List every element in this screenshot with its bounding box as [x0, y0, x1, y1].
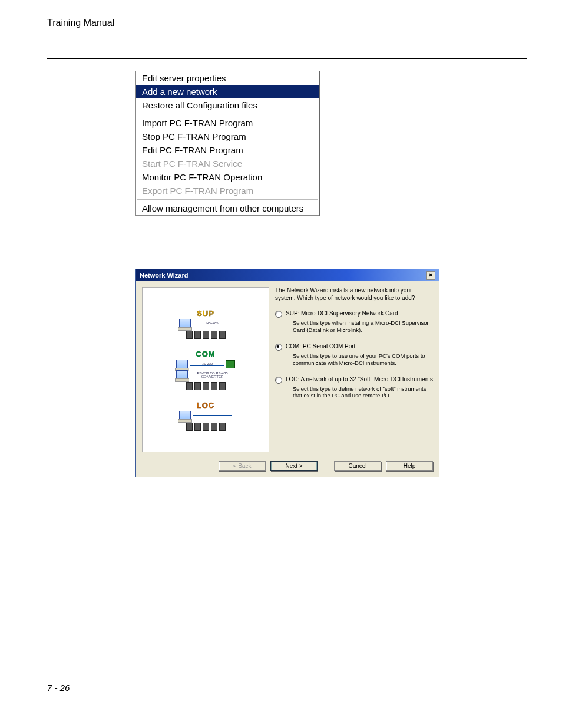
network-wizard-dialog: Network Wizard ✕ SUP RS-485 — [135, 269, 439, 477]
radio-icon — [275, 344, 282, 351]
page-footer: 7 - 26 — [47, 683, 70, 693]
menu-item-edit-server[interactable]: Edit server properties — [136, 71, 319, 85]
help-button[interactable]: Help — [386, 461, 433, 471]
wizard-illustration: SUP RS-485 — [142, 287, 269, 452]
menu-item-stop-ftran[interactable]: Stop PC F-TRAN Program — [136, 130, 319, 143]
menu-item-restore-config[interactable]: Restore all Configuration files — [136, 98, 319, 112]
pc-icon — [179, 411, 191, 420]
next-button[interactable]: Next > — [270, 461, 318, 471]
close-icon[interactable]: ✕ — [426, 271, 435, 280]
converter-label: RS-232 TO RS-485 CONVERTER — [190, 371, 235, 378]
radio-com-desc: Select this type to use one of your PC's… — [293, 353, 433, 367]
menu-item-allow-mgmt[interactable]: Allow management from other computers — [136, 202, 319, 215]
illustration-com: COM RS-232 RS-232 TO R — [176, 350, 235, 390]
radio-icon — [275, 311, 282, 318]
menu-separator — [137, 199, 318, 200]
pc-icon — [176, 360, 188, 369]
illustration-loc-label: LOC — [197, 401, 214, 410]
pc-icon — [176, 370, 188, 380]
wizard-titlebar: Network Wizard ✕ — [136, 269, 439, 281]
radio-sup-label: SUP: Micro-DCI Supervisory Network Card — [286, 310, 398, 318]
converter-icon — [226, 360, 235, 368]
menu-separator — [137, 114, 318, 114]
illustration-sup: SUP RS-485 — [179, 309, 232, 339]
radio-com[interactable]: COM: PC Serial COM Port — [275, 343, 433, 351]
wizard-title-text: Network Wizard — [140, 272, 188, 279]
header-rule — [47, 58, 527, 59]
radio-sup-desc: Select this type when installing a Micro… — [293, 319, 433, 334]
radio-icon — [275, 377, 282, 384]
page-header: Training Manual — [47, 18, 527, 28]
radio-loc-desc: Select this type to define network of "s… — [293, 386, 433, 400]
menu-item-monitor-ftran[interactable]: Monitor PC F-TRAN Operation — [136, 170, 319, 184]
radio-loc[interactable]: LOC: A network of up to 32 "Soft" Micro-… — [275, 376, 433, 384]
menu-item-add-network[interactable]: Add a new network — [136, 85, 319, 98]
context-menu: Edit server properties Add a new network… — [135, 71, 319, 216]
wizard-intro-text: The Network Wizard installs a new networ… — [275, 287, 433, 302]
illustration-com-label: COM — [196, 350, 215, 358]
back-button: < Back — [219, 461, 266, 471]
pc-icon — [179, 319, 191, 328]
radio-sup[interactable]: SUP: Micro-DCI Supervisory Network Card — [275, 310, 433, 318]
menu-item-import-ftran[interactable]: Import PC F-TRAN Program — [136, 116, 319, 130]
illustration-loc: LOC — [179, 401, 232, 431]
menu-item-edit-ftran[interactable]: Edit PC F-TRAN Program — [136, 143, 319, 157]
menu-item-export-ftran: Export PC F-TRAN Program — [136, 184, 319, 197]
cancel-button[interactable]: Cancel — [334, 461, 381, 471]
illustration-sup-label: SUP — [197, 309, 214, 318]
radio-loc-label: LOC: A network of up to 32 "Soft" Micro-… — [286, 376, 433, 384]
radio-com-label: COM: PC Serial COM Port — [286, 343, 355, 351]
menu-item-start-ftran-service: Start PC F-TRAN Service — [136, 157, 319, 170]
